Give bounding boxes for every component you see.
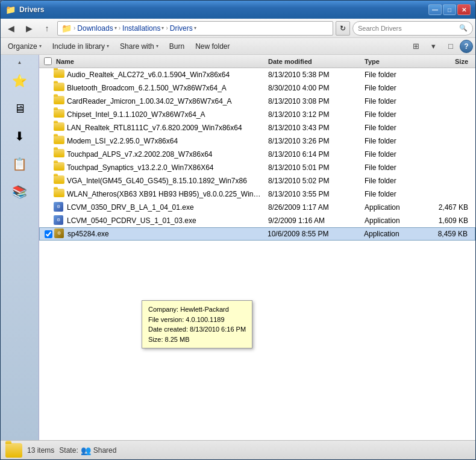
table-row[interactable]: LAN_Realtek_RTL8111C_v7.6.820.2009_Win7x… <box>39 121 475 134</box>
breadcrumb-installations[interactable]: Installations ▾ <box>122 24 164 33</box>
file-type: File folder <box>365 137 425 145</box>
file-name: Modem_LSI_v2.2.95.0_W7x86x64 <box>67 137 268 145</box>
back-button[interactable]: ◀ <box>3 20 19 36</box>
view-details-button[interactable]: ⊞ <box>408 40 424 53</box>
file-date: 8/13/2010 3:12 PM <box>268 110 365 119</box>
forward-button[interactable]: ▶ <box>21 20 37 36</box>
folder-icon <box>54 96 64 107</box>
file-name: VGA_Intel(GM45_GL40_GS45)_8.15.10.1892_W… <box>67 177 268 185</box>
include-library-menu[interactable]: Include in library ▾ <box>48 40 114 52</box>
minimize-button[interactable]: — <box>428 4 442 15</box>
search-bar: 🔍 <box>352 21 473 36</box>
breadcrumb-root-icon: 📁 <box>61 24 72 33</box>
sidebar-item-libraries[interactable]: 📚 <box>4 178 36 205</box>
file-list: Audio_Realtek_ALC272_v6.0.1.5904_Win7x86… <box>39 68 475 440</box>
breadcrumb-drivers[interactable]: Drivers ▾ <box>170 24 196 33</box>
search-icon[interactable]: 🔍 <box>459 24 468 32</box>
header-checkbox <box>42 57 54 65</box>
file-name: WLAN_Atheros(XB63 XB91 HB93 HB95)_v8.0.0… <box>67 190 268 198</box>
status-count: 13 items <box>27 446 54 455</box>
row-select-checkbox[interactable] <box>45 230 52 238</box>
breadcrumb-downloads-label: Downloads <box>77 24 113 33</box>
table-row[interactable]: Modem_LSI_v2.2.95.0_W7x86x64 8/13/2010 3… <box>39 134 475 148</box>
file-name: LCVM_0350_DRV_B_LA_1_04_01.exe <box>67 203 268 212</box>
folder-icon <box>54 109 64 120</box>
table-row[interactable]: WLAN_Atheros(XB63 XB91 HB93 HB95)_v8.0.0… <box>39 187 475 201</box>
preview-pane-button[interactable]: □ <box>443 40 459 53</box>
explorer-window: 📁 Drivers — □ ✕ ◀ ▶ ↑ 📁 › Downloads ▾ › … <box>0 0 476 460</box>
column-header: Name Date modified Type Size <box>39 55 475 68</box>
share-with-menu[interactable]: Share with ▾ <box>115 40 163 52</box>
sidebar-scroll-up[interactable]: ▲ <box>1 57 39 67</box>
table-row[interactable]: ⚙ LCVM_0350_DRV_B_LA_1_04_01.exe 8/26/20… <box>39 201 475 214</box>
organize-label: Organize <box>8 42 37 51</box>
organize-menu[interactable]: Organize ▾ <box>3 40 46 52</box>
file-date: 8/13/2010 3:55 PM <box>268 190 365 198</box>
file-date: 8/30/2010 4:00 PM <box>268 84 365 92</box>
column-date[interactable]: Date modified <box>268 58 365 65</box>
file-date: 8/13/2010 3:08 PM <box>268 97 365 106</box>
title-buttons: — □ ✕ <box>428 4 471 15</box>
table-row[interactable]: ⚙ sp45284.exe 10/6/2009 8:55 PM Applicat… <box>39 227 475 241</box>
sidebar-item-downloads[interactable]: ⬇ <box>4 123 36 150</box>
file-name: Chipset_Intel_9.1.1.1020_W7x86W7x64_A <box>67 110 268 119</box>
breadcrumb-downloads[interactable]: Downloads ▾ <box>77 24 116 33</box>
refresh-button[interactable]: ↻ <box>336 21 350 36</box>
table-row[interactable]: Bluetooth_Broadcom_6.2.1.500_W7x86W7x64_… <box>39 81 475 95</box>
title-bar-left: 📁 Drivers <box>5 5 44 14</box>
file-name: Bluetooth_Broadcom_6.2.1.500_W7x86W7x64_… <box>67 84 268 92</box>
table-row[interactable]: Touchpad_ALPS_v7.x2.2002.208_W7x86x64 8/… <box>39 148 475 161</box>
file-type: File folder <box>365 124 425 132</box>
file-date: 8/13/2010 5:02 PM <box>268 177 365 185</box>
file-size: 2,467 KB <box>425 203 473 212</box>
new-folder-menu[interactable]: New folder <box>190 40 234 52</box>
menu-bar: Organize ▾ Include in library ▾ Share wi… <box>1 38 475 55</box>
file-name: Touchpad_Synaptics_v13.2.2.0_Win7X86X64 <box>67 163 268 172</box>
column-size[interactable]: Size <box>425 58 473 65</box>
breadcrumb-installations-label: Installations <box>122 24 160 33</box>
maximize-button[interactable]: □ <box>443 4 456 15</box>
star-icon: ⭐ <box>12 74 27 88</box>
search-input[interactable] <box>358 25 457 32</box>
sidebar-item-favorites[interactable]: ⭐ <box>4 68 36 94</box>
sidebar-item-recent[interactable]: 📋 <box>4 151 36 177</box>
column-name[interactable]: Name <box>54 58 268 65</box>
breadcrumb-downloads-arrow: ▾ <box>114 25 117 31</box>
up-button[interactable]: ↑ <box>39 20 55 36</box>
table-row[interactable]: Chipset_Intel_9.1.1.1020_W7x86W7x64_A 8/… <box>39 108 475 121</box>
file-type: File folder <box>365 97 425 106</box>
table-row[interactable]: Touchpad_Synaptics_v13.2.2.0_Win7X86X64 … <box>39 161 475 174</box>
burn-label: Burn <box>169 42 184 51</box>
organize-arrow: ▾ <box>39 43 42 49</box>
file-type: File folder <box>365 110 425 119</box>
column-type[interactable]: Type <box>365 58 425 65</box>
file-date: 8/13/2010 5:01 PM <box>268 163 365 172</box>
view-dropdown-button[interactable]: ▾ <box>425 40 441 53</box>
file-name: sp45284.exe <box>67 230 268 238</box>
file-size: 1,609 KB <box>425 216 473 225</box>
folder-icon <box>54 136 64 147</box>
status-folder-icon <box>5 443 22 458</box>
breadcrumb-drivers-label: Drivers <box>170 24 193 33</box>
file-type: Application <box>365 216 425 225</box>
libraries-icon: 📚 <box>12 184 27 199</box>
burn-menu[interactable]: Burn <box>164 40 189 52</box>
table-row[interactable]: Audio_Realtek_ALC272_v6.0.1.5904_Win7x86… <box>39 68 475 81</box>
select-all-checkbox[interactable] <box>44 57 52 65</box>
file-name: Audio_Realtek_ALC272_v6.0.1.5904_Win7x86… <box>67 71 268 79</box>
include-library-arrow: ▾ <box>107 43 109 49</box>
help-button[interactable]: ? <box>460 40 473 53</box>
table-row[interactable]: CardReader_Jmicron_1.00.34.02_W7x86W7x64… <box>39 95 475 108</box>
include-library-label: Include in library <box>52 42 105 51</box>
close-button[interactable]: ✕ <box>457 4 471 15</box>
folder-icon <box>54 175 64 186</box>
view-options: ⊞ ▾ □ <box>408 40 459 53</box>
sidebar-item-desktop[interactable]: 🖥 <box>4 95 36 122</box>
table-row[interactable]: VGA_Intel(GM45_GL40_GS45)_8.15.10.1892_W… <box>39 174 475 187</box>
file-date: 10/6/2009 8:55 PM <box>268 230 364 238</box>
window-icon: 📁 <box>5 5 16 14</box>
file-type: File folder <box>365 71 425 79</box>
status-state: State: 👥 Shared <box>59 446 116 455</box>
table-row[interactable]: ⚙ LCVM_0540_PCDRV_US_1_01_03.exe 9/2/200… <box>39 214 475 227</box>
folder-icon <box>54 122 64 133</box>
